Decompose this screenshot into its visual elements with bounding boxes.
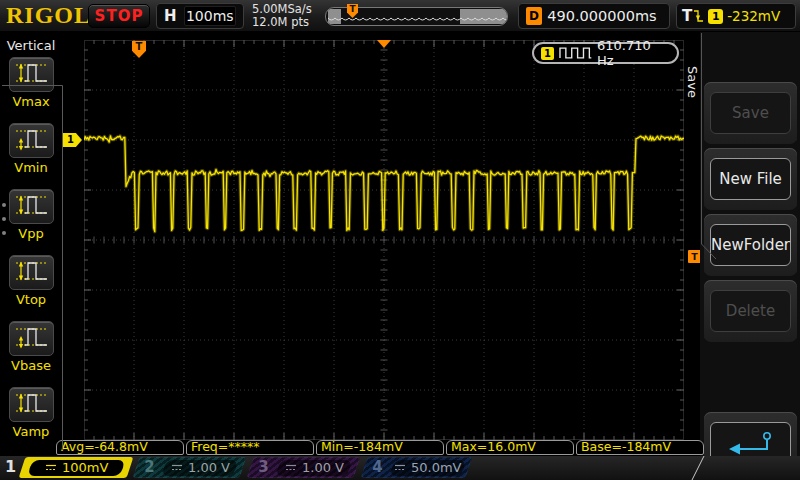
sidebar-item-vamp-label: Vamp	[0, 424, 62, 439]
sidebar-item-vpp[interactable]	[9, 189, 54, 224]
falling-edge-icon	[692, 9, 704, 24]
dc-coupling-icon	[394, 463, 406, 472]
sidebar-item-vtop-label: Vtop	[0, 292, 62, 307]
channel1-level-marker[interactable]: 1	[63, 133, 82, 147]
waveform-display	[84, 40, 684, 440]
vtop-icon	[14, 258, 50, 288]
sidebar-item-vmax-label: Vmax	[0, 94, 62, 109]
trigger-level-value: -232mV	[727, 8, 780, 24]
counter-value: 610.710 Hz	[597, 38, 670, 68]
measurement-avg: Avg=-64.8mV	[56, 440, 184, 455]
menu-page-dot	[2, 203, 6, 207]
measure-menu-sidebar: Vertical Vmax Vmin Vpp Vtop Vbase Vamp	[0, 32, 64, 456]
delay-box[interactable]: D 490.000000ms	[518, 3, 670, 29]
sidebar-item-vpp-label: Vpp	[0, 226, 62, 241]
horizontal-timebase-box[interactable]: H 100ms	[156, 3, 244, 29]
trigger-source-badge: 1	[708, 9, 723, 24]
new-folder-button[interactable]: NewFolder	[710, 224, 791, 266]
sidebar-item-vmin[interactable]	[9, 123, 54, 158]
memory-depth: 12.0M pts	[252, 16, 312, 29]
channel1-scale: 100mV	[62, 460, 108, 475]
dc-coupling-icon	[171, 463, 183, 472]
channel4-scale-box: 50.0mV	[389, 460, 466, 476]
counter-channel-badge: 1	[541, 47, 554, 60]
trigger-label: T	[682, 7, 692, 25]
measurement-results-bar: Avg=-64.8mV Freq=***** Min=-184mV Max=16…	[56, 440, 704, 455]
measurement-min: Min=-184mV	[316, 440, 444, 455]
menu-page-dot	[2, 231, 6, 235]
delay-label: D	[526, 7, 542, 25]
channel2-scale: 1.00 V	[188, 460, 230, 475]
acquisition-info: 5.00MSa/s 12.0M pts	[252, 3, 312, 29]
channel2-status-box[interactable]: 2 1.00 V	[133, 457, 247, 478]
frequency-counter: 1 610.710 Hz	[532, 42, 679, 64]
return-arrow-icon	[723, 429, 779, 457]
measurement-base: Base=-184mV	[576, 440, 704, 455]
measure-menu-title: Vertical	[0, 38, 62, 53]
vamp-icon	[14, 390, 50, 420]
channel3-status-box[interactable]: 3 1.00 V	[247, 457, 361, 478]
channel3-scale-box: 1.00 V	[275, 460, 352, 476]
delay-value: 490.000000ms	[542, 8, 662, 24]
sidebar-item-vbase[interactable]	[9, 321, 54, 356]
sidebar-item-vtop[interactable]	[9, 255, 54, 290]
channel3-number: 3	[258, 458, 268, 476]
vbase-icon	[14, 324, 50, 354]
rigol-logo: RIGOL	[6, 2, 91, 29]
sidebar-item-vmax[interactable]	[9, 57, 54, 92]
vmin-icon	[14, 126, 50, 156]
square-wave-icon	[559, 47, 592, 59]
channel4-status-box[interactable]: 4 50.0mV	[361, 457, 473, 478]
sidebar-item-vmin-label: Vmin	[0, 160, 62, 175]
vmax-icon	[14, 60, 50, 90]
horizontal-center-marker-icon	[377, 40, 391, 48]
new-file-button[interactable]: New File	[710, 158, 791, 200]
delete-button[interactable]: Delete	[710, 290, 791, 332]
channel1-scale-box: 100mV	[27, 460, 125, 476]
vpp-icon	[14, 192, 50, 222]
sidebar-item-vbase-label: Vbase	[0, 358, 62, 373]
menu-page-dot	[2, 217, 6, 221]
sidebar-item-vamp[interactable]	[9, 387, 54, 422]
menu-tab-save: Save	[684, 56, 700, 108]
trigger-info-box[interactable]: T 1 -232mV	[676, 3, 796, 29]
channel1-status-box[interactable]: 100mV	[19, 457, 134, 478]
measurement-max: Max=16.0mV	[446, 440, 574, 455]
save-button[interactable]: Save	[710, 92, 791, 134]
dc-coupling-icon	[285, 463, 297, 472]
channel2-number: 2	[144, 458, 154, 476]
dc-coupling-icon	[45, 463, 57, 472]
channel-status-bar: 1 100mV 2 1.00 V 3	[0, 456, 800, 480]
timebase-value: 100ms	[184, 6, 236, 26]
channel2-scale-box: 1.00 V	[161, 460, 238, 476]
channel4-number: 4	[372, 458, 382, 476]
channel4-scale: 50.0mV	[411, 460, 462, 475]
channel3-scale: 1.00 V	[302, 460, 344, 475]
top-status-bar: RIGOL STOP H 100ms 5.00MSa/s 12.0M pts T…	[0, 0, 800, 32]
measurement-freq: Freq=*****	[186, 440, 314, 455]
channel1-number: 1	[5, 457, 16, 476]
run-state-indicator: STOP	[88, 4, 150, 28]
horizontal-label: H	[164, 7, 177, 25]
